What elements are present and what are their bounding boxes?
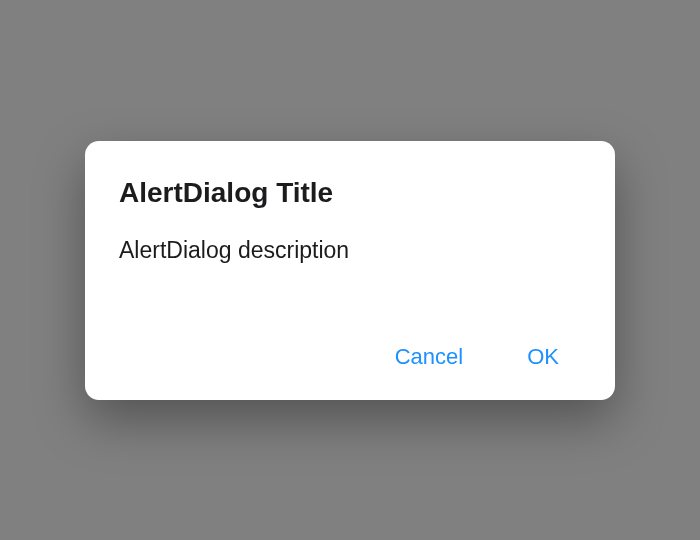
dialog-actions: Cancel OK [119,344,581,376]
dialog-description: AlertDialog description [119,237,581,264]
alert-dialog: AlertDialog Title AlertDialog descriptio… [85,141,615,400]
dialog-title: AlertDialog Title [119,177,581,209]
ok-button[interactable]: OK [527,344,559,370]
cancel-button[interactable]: Cancel [395,344,463,370]
